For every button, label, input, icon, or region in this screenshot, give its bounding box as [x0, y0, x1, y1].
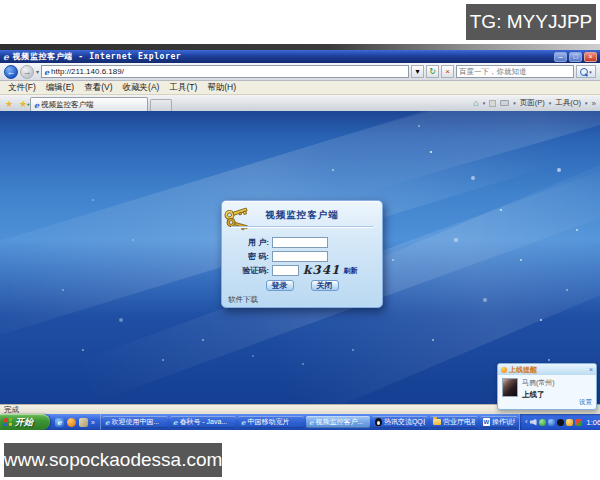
page-content: 视频监控客户端 用 户: 密 码: 验证码: k341 刷新 登录 [0, 111, 600, 404]
bokeh-dots [0, 111, 2, 113]
username-input[interactable] [272, 237, 328, 248]
search-provider-dropdown-icon[interactable]: ▾ [589, 69, 592, 75]
tray-qq-icon[interactable] [557, 419, 564, 426]
menu-tools[interactable]: 工具(T) [165, 82, 201, 94]
ie-icon: e [173, 418, 177, 427]
status-text: 完成 [4, 405, 19, 415]
captcha-input[interactable] [272, 265, 299, 276]
popup-close-icon[interactable]: × [589, 366, 593, 373]
login-panel: 视频监控客户端 用 户: 密 码: 验证码: k341 刷新 登录 [221, 200, 383, 308]
screenshot-root: TG: MYYJJPP e 视频监控客户端 - Internet Explore… [0, 0, 600, 480]
popup-settings-link[interactable]: 设置 [579, 398, 592, 407]
taskbar-button-folder[interactable]: 营业厅电视机监控 [430, 416, 478, 428]
address-dropdown-button[interactable]: ▾ [411, 65, 424, 78]
ie-icon: e [241, 418, 245, 427]
start-button[interactable]: 开始 [0, 414, 50, 430]
volume-icon[interactable] [530, 419, 537, 426]
taskbar-button-label: 中国移动宽片 [247, 417, 289, 427]
taskbar-button-welcome[interactable]: e 欢迎使用中国... [102, 416, 168, 428]
tray-clock[interactable]: 1:06 [587, 418, 600, 427]
taskbar-button-chunqiu[interactable]: e 春秋号 - Java... [170, 416, 236, 428]
minimize-button[interactable]: – [554, 52, 567, 62]
back-button[interactable]: ← [4, 65, 18, 79]
quicklaunch-ie-icon[interactable]: e [55, 418, 64, 427]
show-desktop-icon[interactable] [79, 418, 88, 427]
taskbar-button-chinamobile[interactable]: e 中国移动宽片 [238, 416, 304, 428]
menu-favorites[interactable]: 收藏夹(A) [119, 82, 164, 94]
captcha-refresh-link[interactable]: 刷新 [343, 267, 358, 274]
captcha-row: 验证码: k341 刷新 [222, 264, 382, 276]
taskbar-button-video-client[interactable]: e 视频监控客户... [306, 416, 370, 428]
tray-antivirus-icon[interactable] [575, 419, 582, 426]
tray-icon-gold[interactable] [566, 419, 573, 426]
quick-launch: e » [50, 414, 101, 430]
search-button[interactable]: ▾ [576, 65, 596, 78]
captcha-label: 验证码: [222, 265, 272, 276]
taskbar-button-doc[interactable]: W 操作说明.doc... [480, 416, 518, 428]
taskbar: 开始 e » e 欢迎使用中国... e 春秋号 - Java... e 中国移… [0, 414, 600, 430]
login-buttons: 登录 关闭 [222, 280, 382, 291]
close-button[interactable]: 关闭 [311, 280, 339, 291]
tab-favicon: e [34, 100, 39, 110]
taskbar-button-label: 视频监控客户... [315, 417, 363, 427]
password-input[interactable] [272, 251, 328, 262]
maximize-button[interactable]: □ [569, 52, 582, 62]
window-title: 视频监控客户端 - Internet Explorer [13, 51, 182, 62]
feeds-icon[interactable] [489, 100, 496, 107]
page-favicon: e [44, 67, 49, 77]
quicklaunch-media-icon[interactable] [67, 418, 76, 427]
menu-help[interactable]: 帮助(H) [203, 82, 240, 94]
ie-icon: e [309, 418, 313, 427]
page-menu-button[interactable]: 页面(P) [520, 98, 545, 108]
menu-file[interactable]: 文件(F) [4, 82, 40, 94]
tab-video-client[interactable]: e 视频监控客户端 [30, 97, 148, 111]
window-controls: – □ × [554, 52, 597, 62]
add-favorite-icon[interactable]: ★+ [16, 97, 30, 111]
address-input[interactable] [51, 67, 406, 76]
print-dropdown-icon[interactable]: ▾ [513, 100, 516, 106]
home-dropdown-icon[interactable]: ▾ [483, 100, 486, 106]
close-window-button[interactable]: × [584, 52, 597, 62]
commandbar-overflow-icon[interactable]: » [592, 99, 596, 108]
ie-titlebar: e 视频监控客户端 - Internet Explorer – □ × [0, 50, 600, 63]
taskbar-button-qq-group[interactable]: 热讯交流QQ群 [372, 416, 428, 428]
tools-menu-button[interactable]: 工具(O) [555, 98, 581, 108]
add-favorite-plus: + [26, 97, 30, 111]
tray-icon-blue[interactable] [548, 419, 555, 426]
captcha-image-text: k341 [303, 263, 340, 277]
windows-logo-icon [4, 418, 12, 427]
tray-chevron-icon[interactable]: ‹ [525, 417, 528, 427]
magnifier-icon [580, 68, 588, 76]
quicklaunch-more-icon[interactable]: » [91, 419, 95, 426]
search-input[interactable] [457, 67, 573, 76]
menu-view[interactable]: 查看(V) [80, 82, 116, 94]
taskbar-button-label: 春秋号 - Java... [179, 417, 227, 427]
password-label: 密 码: [222, 251, 272, 262]
home-icon[interactable]: ⌂ [473, 98, 478, 108]
tray-icon-green[interactable] [539, 419, 546, 426]
new-tab-button[interactable] [150, 99, 172, 111]
print-icon[interactable] [500, 100, 509, 106]
login-title: 视频监控客户端 [222, 209, 382, 222]
history-dropdown-icon[interactable]: ▾ [36, 68, 39, 75]
tab-title: 视频监控客户端 [41, 100, 94, 110]
software-download-link[interactable]: 软件下载 [228, 295, 258, 305]
refresh-button[interactable]: ↻ [426, 65, 439, 78]
user-label: 用 户: [222, 237, 272, 248]
taskbar-button-label: 营业厅电视机监控 [443, 417, 475, 427]
stop-button[interactable]: × [441, 65, 454, 78]
address-bar: e [41, 65, 409, 78]
navigation-bar: ← → ▾ e ▾ ↻ × ▾ [0, 63, 600, 81]
login-button[interactable]: 登录 [266, 280, 294, 291]
system-tray: ‹ 1:06 [519, 414, 600, 430]
site-watermark: www.sopockaodessa.com [4, 443, 222, 477]
command-bar: ⌂ ▾ ▾ 页面(P) ▾ 工具(O) ▾ » [473, 95, 598, 111]
favorites-center-icon[interactable]: ★ [2, 97, 16, 111]
menu-bar: 文件(F) 编辑(E) 查看(V) 收藏夹(A) 工具(T) 帮助(H) [0, 81, 600, 95]
contact-status: 上线了 [522, 390, 555, 400]
online-alert-icon [501, 367, 507, 373]
forward-button[interactable]: → [20, 65, 34, 79]
menu-edit[interactable]: 编辑(E) [42, 82, 78, 94]
contact-avatar [502, 378, 518, 397]
folder-icon [433, 419, 441, 425]
